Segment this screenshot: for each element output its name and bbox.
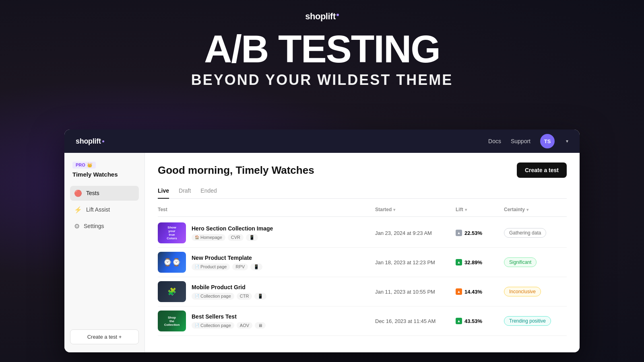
started-date-3: Jan 11, 2023 at 10:55 PM (375, 289, 456, 295)
support-link[interactable]: Support (511, 138, 530, 144)
main-header: Good morning, Timely Watches Create a te… (158, 162, 567, 178)
test-thumbnail-1: ShowyourtrueColors (158, 222, 186, 243)
tag-device-2: 📱 (250, 263, 262, 270)
more-menu-button-1[interactable]: ⋮ (576, 227, 580, 239)
badge-significant: Significant (504, 257, 537, 267)
tabs: Live Draft Ended (158, 187, 567, 199)
col-test: Test (158, 207, 375, 212)
create-test-button[interactable]: Create a test (517, 162, 567, 178)
lift-icon-1: ▲ (456, 230, 462, 236)
tag-collection-page-3: 📄 Collection page (192, 293, 234, 300)
badge-gathering: Gathering data (504, 228, 546, 238)
col-started[interactable]: Started ▾ (375, 207, 456, 212)
hero-subtitle: BEYOND YOUR WILDEST THEME (191, 72, 453, 88)
certainty-sort-icon: ▾ (526, 208, 528, 212)
page-icon: 🏠 (195, 235, 199, 239)
test-thumbnail-2: ⌚⌚ (158, 252, 186, 273)
sidebar-brand: PRO 👑 Timely Watches (70, 161, 139, 178)
lift-value-3: ▲ 14.43% (456, 288, 504, 295)
tab-draft[interactable]: Draft (179, 187, 191, 199)
started-date-2: Jan 18, 2023 at 12:23 PM (375, 259, 456, 265)
lift-sort-icon: ▾ (465, 208, 467, 212)
more-menu-button-4[interactable]: ⋮ (576, 315, 580, 327)
test-info-1: ShowyourtrueColors Hero Section Collecti… (158, 222, 375, 243)
page-icon-4: 📄 (195, 323, 199, 327)
settings-label: Settings (84, 223, 104, 229)
user-avatar[interactable]: TS (540, 134, 555, 148)
tab-ended[interactable]: Ended (200, 187, 217, 199)
test-tags-2: 📄 Product page RPV 📱 (192, 263, 375, 270)
started-date-1: Jan 23, 2024 at 9:23 AM (375, 230, 456, 236)
sidebar-create-test-button[interactable]: Create a test + (70, 329, 139, 344)
test-details-2: New Product Template 📄 Product page RPV … (192, 255, 375, 270)
pro-badge: PRO 👑 (72, 162, 96, 169)
docs-link[interactable]: Docs (488, 138, 501, 144)
test-tags-4: 📄 Collection page AOV 🖥 (192, 322, 375, 329)
tests-label: Tests (86, 190, 99, 196)
hero-logo: shoplift (305, 11, 339, 22)
main-content: Good morning, Timely Watches Create a te… (145, 153, 580, 352)
test-details-3: Mobile Product Grid 📄 Collection page CT… (192, 284, 375, 300)
tag-cvr: CVR (228, 234, 244, 241)
test-name-3[interactable]: Mobile Product Grid (192, 284, 375, 290)
sidebar-item-lift-assist[interactable]: ⚡ Lift Assist (70, 202, 139, 217)
sidebar-item-settings[interactable]: ⚙ Settings (70, 219, 139, 234)
crown-icon: 👑 (87, 162, 93, 168)
tests-icon: 🔴 (74, 189, 82, 197)
test-tags-3: 📄 Collection page CTR 📱 (192, 293, 375, 300)
test-name-2[interactable]: New Product Template (192, 255, 375, 261)
tag-device-1: 📱 (246, 234, 258, 241)
avatar-chevron-icon[interactable]: ▾ (566, 138, 568, 144)
tab-live[interactable]: Live (158, 187, 169, 199)
col-lift[interactable]: Lift ▾ (456, 207, 504, 212)
more-menu-button-2[interactable]: ⋮ (576, 257, 580, 268)
tag-device-3: 📱 (254, 293, 266, 300)
app-body: PRO 👑 Timely Watches 🔴 Tests ⚡ Lift Assi… (64, 153, 580, 352)
col-actions (576, 207, 580, 212)
test-name-1[interactable]: Hero Section Collection Image (192, 225, 375, 232)
thumb-art-content-4: ShoptheCollection (158, 311, 186, 331)
page-icon-2: 📄 (195, 265, 199, 269)
settings-icon: ⚙ (74, 222, 80, 230)
page-icon-3: 📄 (195, 294, 199, 298)
app-window: shoplift Docs Support TS ▾ PRO 👑 Timely … (64, 130, 580, 352)
lift-icon-2: ▲ (456, 259, 462, 265)
lift-assist-label: Lift Assist (86, 206, 110, 213)
certainty-badge-2: Significant (504, 257, 576, 267)
test-info-3: 🧩 Mobile Product Grid 📄 Collection page … (158, 281, 375, 302)
more-menu-button-3[interactable]: ⋮ (576, 286, 580, 297)
sidebar-create-section: Create a test + (70, 323, 139, 344)
test-name-4[interactable]: Best Sellers Test (192, 313, 375, 320)
hero-section: shoplift A/B TESTING BEYOND YOUR WILDEST… (0, 0, 644, 88)
test-thumbnail-4: ShoptheCollection (158, 311, 186, 331)
table-row: ShowyourtrueColors Hero Section Collecti… (158, 218, 567, 248)
page-title: Good morning, Timely Watches (158, 164, 314, 177)
tag-homepage: 🏠 Homepage (192, 234, 225, 241)
lift-value-4: ▲ 43.53% (456, 318, 504, 324)
tag-product-page: 📄 Product page (192, 263, 230, 270)
header-nav: Docs Support TS ▾ (488, 134, 568, 148)
test-info-2: ⌚⌚ New Product Template 📄 Product page R… (158, 252, 375, 273)
thumb-art-content-1: ShowyourtrueColors (158, 222, 186, 243)
test-details-1: Hero Section Collection Image 🏠 Homepage… (192, 225, 375, 241)
badge-trending: Trending positive (504, 316, 551, 326)
thumb-art-content-3: 🧩 (158, 281, 186, 302)
test-thumbnail-3: 🧩 (158, 281, 186, 302)
sidebar-item-tests[interactable]: 🔴 Tests (70, 186, 139, 201)
certainty-badge-4: Trending positive (504, 316, 576, 326)
badge-inconclusive: Inconclusive (504, 287, 541, 296)
certainty-badge-3: Inconclusive (504, 287, 576, 296)
table-row: ⌚⌚ New Product Template 📄 Product page R… (158, 248, 567, 277)
tag-aov: AOV (237, 322, 252, 329)
col-certainty[interactable]: Certainty ▾ (504, 207, 576, 212)
lift-value-2: ▲ 32.89% (456, 259, 504, 265)
tag-device-4: 🖥 (255, 322, 266, 329)
test-tags-1: 🏠 Homepage CVR 📱 (192, 234, 375, 241)
thumb-art-content-2: ⌚⌚ (158, 252, 186, 273)
app-header: shoplift Docs Support TS ▾ (64, 130, 580, 153)
tag-ctr: CTR (237, 293, 252, 300)
lift-icon-4: ▲ (456, 318, 462, 324)
brand-name: Timely Watches (72, 171, 136, 178)
app-logo: shoplift (76, 137, 104, 146)
test-info-4: ShoptheCollection Best Sellers Test 📄 Co… (158, 311, 375, 331)
